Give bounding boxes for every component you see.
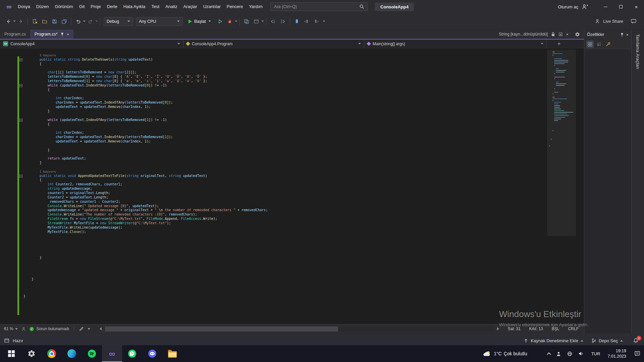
nav-back-chevron-icon[interactable] [13,20,16,22]
taskbar-explorer-button[interactable] [162,345,182,362]
type-dropdown[interactable]: ConsoleApp4.Program [183,40,364,48]
close-tab-icon[interactable]: × [67,32,69,37]
live-share-label[interactable]: Live Share [603,19,623,24]
vs-logo-icon[interactable]: ∞ [3,3,15,11]
select-repo-button[interactable]: Depo Seç [589,338,626,343]
fold-marker-icon[interactable] [19,119,22,122]
fold-marker-icon[interactable] [19,84,22,87]
categorized-button[interactable] [586,41,594,48]
taskbar-spotify-button[interactable] [82,345,102,362]
start-no-debug-button[interactable] [216,17,225,26]
language-indicator[interactable]: TUR [591,351,600,356]
zoom-level-select[interactable]: 61 % [4,326,18,331]
taskbar-settings-button[interactable] [21,345,42,362]
menu-hata-ayıkla[interactable]: Hata Ayıkla [120,0,149,13]
lock-icon[interactable] [551,32,555,37]
hscroll-thumb[interactable] [105,326,338,331]
tab-program-cs[interactable]: Program.cs [0,29,30,39]
document-health-indicator[interactable]: ✓ Sorun bulunamadı [30,326,69,331]
platform-select[interactable]: Any CPU [136,17,183,26]
tray-network-icon[interactable] [567,351,573,357]
start-debug-button[interactable]: Başlat [185,17,214,26]
menu-görünüm[interactable]: Görünüm [52,0,76,13]
undo-button[interactable] [73,17,83,26]
nav-forward-button[interactable] [16,17,25,26]
output-window-icon[interactable] [4,338,9,343]
taskbar-edge-button[interactable] [62,345,82,362]
menu-proje[interactable]: Proje [88,0,104,13]
menu-düzen[interactable]: Düzen [33,0,52,13]
user-account-icon[interactable] [582,4,588,10]
presence-icon[interactable] [21,326,26,331]
save-button[interactable] [50,17,59,26]
taskbar-visual-studio-button[interactable]: ∞ [102,345,122,362]
code-cleanup-chevron-icon[interactable] [88,328,90,330]
pin-icon[interactable] [60,32,64,37]
tab-diagnostics-tools[interactable]: Tanılama Araçları [635,29,640,69]
open-file-button[interactable] [40,17,49,26]
maximize-button[interactable] [613,0,629,13]
nav-back-button[interactable] [4,17,13,26]
minimize-button[interactable] [598,0,613,13]
menu-analiz[interactable]: Analiz [162,0,180,13]
redo-chevron-icon[interactable] [95,20,98,22]
undo-chevron-icon[interactable] [83,20,86,22]
tray-user-icon[interactable] [556,351,561,357]
prev-bookmark-button[interactable] [302,17,311,26]
feedback-icon[interactable] [631,19,637,24]
tabstrip-gear-icon[interactable] [575,32,580,37]
solution-config-select[interactable]: Debug [104,17,133,26]
weather-widget[interactable]: 1°C Çok bulutlu [482,350,527,357]
fold-marker-icon[interactable] [19,58,22,61]
taskbar-chrome-button[interactable] [42,345,62,362]
menu-test[interactable]: Test [148,0,162,13]
add-to-source-control-button[interactable]: Kaynak Denetimine Ekle [521,338,586,343]
hscroll-right-arrow[interactable] [497,327,499,330]
menu-uzantılar[interactable]: Uzantılar [200,0,224,13]
sign-in-link[interactable]: Oturum aç [558,4,578,9]
split-editor-button[interactable] [557,42,561,46]
notifications-bell-icon[interactable]: 1 [633,338,639,344]
redo-button[interactable] [86,17,95,26]
editor-layout-button[interactable] [252,17,261,26]
toolbar-overflow-icon[interactable] [323,20,325,22]
taskbar-whatsapp-button[interactable] [122,345,142,362]
close-button[interactable]: × [629,0,644,13]
taskbar-clock[interactable]: 19:19 7.01.2023 [607,348,626,359]
column-indicator[interactable]: Krkt: 13 [529,326,543,331]
outdent-button[interactable] [269,17,278,26]
action-center-icon[interactable] [634,351,641,357]
live-share-icon[interactable] [595,18,600,24]
menu-yardım[interactable]: Yardım [246,0,266,13]
menu-derle[interactable]: Derle [104,0,120,13]
menu-pencere[interactable]: Pencere [224,0,246,13]
horizontal-scrollbar[interactable] [105,326,493,331]
menu-araçlar[interactable]: Araçlar [180,0,200,13]
taskbar-start-button[interactable] [1,345,21,362]
code-editor[interactable]: 1 başvurupublic static string DeleteTheV… [0,48,584,324]
properties-close-icon[interactable]: × [626,33,629,37]
new-project-button[interactable] [30,17,39,26]
hot-reload-chevron-icon[interactable] [235,20,237,22]
close-doc-icon[interactable]: × [566,32,569,37]
keep-open-icon[interactable] [558,32,563,37]
pin-icon[interactable] [620,33,624,37]
editor-layout-chevron-icon[interactable] [261,20,264,22]
property-pages-button[interactable] [604,41,612,48]
menu-git[interactable]: Git [76,0,88,13]
codelens-link[interactable]: 1 başvuru [0,53,546,58]
project-dropdown[interactable]: C# ConsoleApp4 [0,40,183,48]
insert-mode-indicator[interactable]: BŞL [552,326,559,331]
tray-expand-chevron-icon[interactable] [547,352,551,357]
search-box[interactable]: Ara (Ctrl+Q) [270,2,368,11]
member-dropdown[interactable]: Main(string[] args) [364,40,547,48]
line-indicator[interactable]: Sat: 31 [508,326,521,331]
code-cleanup-icon[interactable] [79,326,84,331]
save-all-button[interactable] [59,17,68,26]
preview-doc-label[interactable]: String [kayn...dönüştürüldü] [499,32,548,37]
tab-program-cs-active[interactable]: Program.cs* × [30,29,73,39]
find-in-files-button[interactable] [242,17,251,26]
fold-marker-icon[interactable] [19,175,22,178]
bookmark-button[interactable] [292,17,302,26]
next-bookmark-button[interactable] [312,17,321,26]
